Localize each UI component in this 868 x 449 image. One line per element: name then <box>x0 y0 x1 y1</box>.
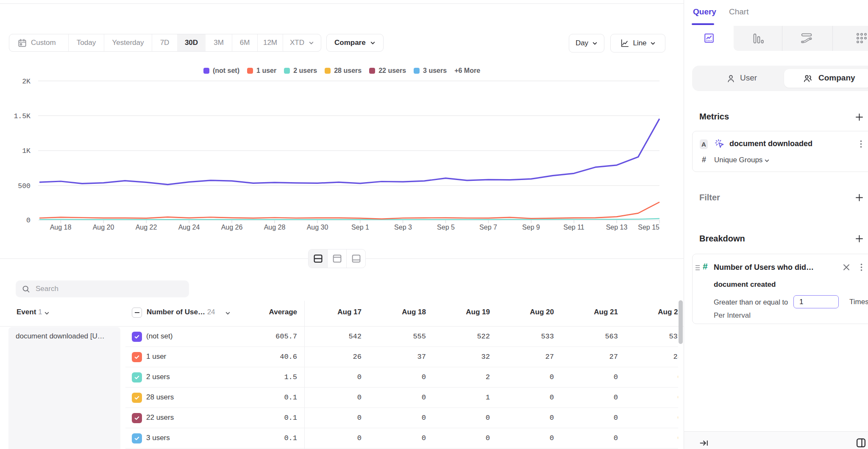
svg-text:500: 500 <box>18 182 31 190</box>
svg-text:1.5K: 1.5K <box>14 112 31 120</box>
svg-text:1K: 1K <box>22 147 31 155</box>
svg-text:2K: 2K <box>22 78 31 86</box>
